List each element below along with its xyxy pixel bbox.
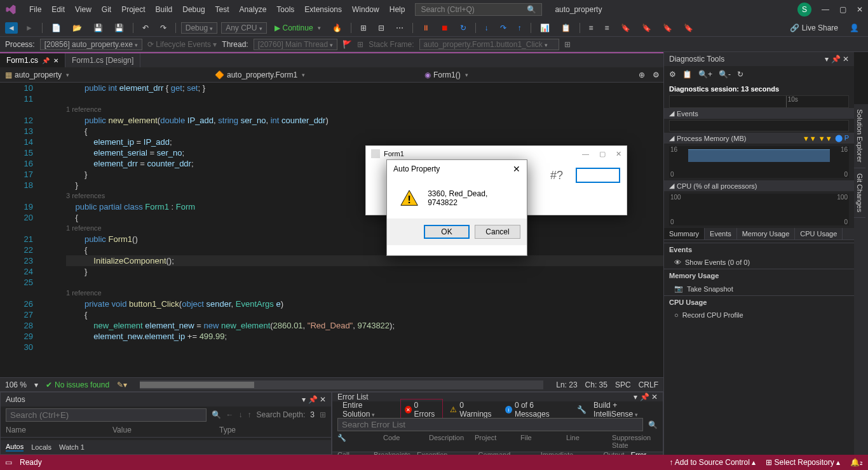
tab-form1-cs[interactable]: Form1.cs 📌 ✕ bbox=[0, 53, 65, 67]
pin-icon[interactable]: 📌 bbox=[308, 395, 318, 404]
tb-icon[interactable]: 🔖 bbox=[680, 22, 697, 34]
tab-watch1[interactable]: Watch 1 bbox=[59, 443, 85, 451]
select-repository[interactable]: ⊞ Select Repository ▴ bbox=[766, 458, 840, 467]
toolbar-icon[interactable]: ⊞ bbox=[320, 410, 326, 419]
menu-extensions[interactable]: Extensions bbox=[299, 5, 347, 14]
side-tab-git-changes[interactable]: Git Changes bbox=[854, 168, 865, 218]
search-icon[interactable]: 🔍 bbox=[212, 410, 221, 419]
tab-form1-design[interactable]: Form1.cs [Design] bbox=[65, 53, 140, 67]
menu-project[interactable]: Project bbox=[116, 5, 150, 14]
form1-button[interactable] bbox=[576, 168, 620, 183]
autos-search[interactable] bbox=[6, 408, 207, 422]
user-avatar[interactable]: S bbox=[797, 3, 811, 17]
step-out-icon[interactable]: ↑ bbox=[514, 22, 526, 34]
filter-dropdown[interactable]: Build + IntelliSense bbox=[593, 401, 658, 419]
hot-reload-button[interactable]: 🔥 bbox=[329, 22, 346, 34]
form1-maximize-icon[interactable]: ▢ bbox=[599, 150, 606, 158]
menu-git[interactable]: Git bbox=[97, 5, 116, 14]
scope-dropdown[interactable]: Entire Solution bbox=[337, 399, 398, 420]
nav-namespace[interactable]: ▦ auto_property bbox=[0, 70, 210, 79]
cpu-chart[interactable]: 100 0 100 0 bbox=[669, 194, 849, 225]
col-icon[interactable]: 🔧 bbox=[337, 434, 383, 449]
tab-events[interactable]: Events bbox=[705, 228, 737, 239]
form1-close-icon[interactable]: ✕ bbox=[616, 150, 621, 158]
tab-summary[interactable]: Summary bbox=[664, 228, 705, 239]
continue-button[interactable]: ▶ Continue bbox=[271, 22, 325, 34]
col-name[interactable]: Name bbox=[6, 426, 112, 434]
code-editor[interactable]: 1011121314151617181920212223242526272829… bbox=[0, 83, 663, 377]
tb-icon[interactable]: ⊟ bbox=[374, 22, 388, 34]
pin-icon[interactable]: 📌 bbox=[42, 57, 50, 64]
zoom-level[interactable]: 106 % bbox=[5, 380, 27, 389]
close-icon[interactable]: ✕ bbox=[651, 393, 658, 401]
eol-indicator[interactable]: CRLF bbox=[639, 380, 658, 389]
new-project-button[interactable]: 📄 bbox=[48, 22, 65, 34]
split-icon[interactable]: ⊕ bbox=[635, 70, 649, 79]
menu-analyze[interactable]: Analyze bbox=[234, 5, 272, 14]
tb-icon[interactable]: 🔖 bbox=[617, 22, 634, 34]
col-code[interactable]: Code bbox=[383, 434, 429, 449]
msgbox-ok-button[interactable]: OK bbox=[424, 225, 470, 239]
stop-button[interactable]: ⏹ bbox=[437, 22, 452, 34]
depth-dropdown[interactable]: 3 bbox=[310, 410, 315, 419]
tb-icon[interactable]: ≡ bbox=[585, 22, 597, 34]
tb-icon[interactable]: ⋯ bbox=[392, 22, 407, 34]
reset-icon[interactable]: ↻ bbox=[737, 70, 743, 79]
tb-icon[interactable]: ⊞ bbox=[356, 22, 370, 34]
msgbox-cancel-button[interactable]: Cancel bbox=[475, 225, 520, 239]
add-source-control[interactable]: ↑ Add to Source Control ▴ bbox=[669, 458, 756, 467]
nav-up-icon[interactable]: ↑ bbox=[248, 410, 252, 419]
col-suppression[interactable]: Suppression State bbox=[612, 434, 658, 449]
tb-icon[interactable]: 🔖 bbox=[659, 22, 676, 34]
menu-build[interactable]: Build bbox=[151, 5, 178, 14]
no-issues-indicator[interactable]: ✔ No issues found bbox=[46, 380, 109, 389]
thread-dropdown[interactable]: [20760] Main Thread bbox=[254, 39, 338, 50]
col-project[interactable]: Project bbox=[475, 434, 520, 449]
gear-icon[interactable]: ⚙ bbox=[669, 70, 676, 79]
save-button[interactable]: 💾 bbox=[90, 22, 107, 34]
col-type[interactable]: Type bbox=[219, 426, 326, 434]
menu-file[interactable]: File bbox=[24, 5, 46, 14]
tab-locals[interactable]: Locals bbox=[31, 443, 51, 451]
nav-down-icon[interactable]: ↓ bbox=[239, 410, 243, 419]
memory-section-header[interactable]: ◢ Process Memory (MB) ▼▼ ▼▼ ⬤ P bbox=[664, 133, 854, 144]
record-cpu-link[interactable]: ○ Record CPU Profile bbox=[664, 309, 854, 321]
config-dropdown[interactable]: Debug bbox=[181, 22, 217, 34]
nav-method[interactable]: ◉ Form1() bbox=[419, 70, 635, 79]
build-filter-icon[interactable]: 🔧 bbox=[573, 403, 591, 416]
tb-icon[interactable]: 🔖 bbox=[638, 22, 655, 34]
indent-indicator[interactable]: SPC bbox=[615, 380, 631, 389]
live-share-button[interactable]: 🔗 Live Share bbox=[786, 22, 842, 34]
show-events-link[interactable]: 👁 Show Events (0 of 0) bbox=[664, 256, 854, 269]
col-value[interactable]: Value bbox=[112, 426, 219, 434]
menu-view[interactable]: View bbox=[70, 5, 97, 14]
col-desc[interactable]: Description bbox=[429, 434, 475, 449]
save-all-button[interactable]: 💾 bbox=[111, 22, 128, 34]
memory-chart[interactable]: 16 0 16 0 bbox=[669, 146, 849, 178]
menu-edit[interactable]: Edit bbox=[46, 5, 70, 14]
notifications-icon[interactable]: 🔔₂ bbox=[850, 458, 863, 467]
open-button[interactable]: 📂 bbox=[69, 22, 86, 34]
dropdown-icon[interactable]: ▾ bbox=[302, 395, 306, 404]
msgbox-close-icon[interactable]: ✕ bbox=[513, 164, 520, 174]
output-icon[interactable]: ▭ bbox=[5, 458, 12, 467]
pause-button[interactable]: ⏸ bbox=[418, 22, 433, 34]
tb-icon[interactable]: 📋 bbox=[557, 22, 574, 34]
col-file[interactable]: File bbox=[520, 434, 566, 449]
pin-icon[interactable]: 📌 bbox=[640, 393, 649, 401]
side-tab-solution-explorer[interactable]: Solution Explorer bbox=[854, 104, 865, 168]
menu-tools[interactable]: Tools bbox=[271, 5, 299, 14]
col-line[interactable]: Line bbox=[566, 434, 612, 449]
close-icon[interactable]: ✕ bbox=[843, 55, 849, 64]
tab-autos[interactable]: Autos bbox=[6, 443, 24, 452]
tab-cpu[interactable]: CPU Usage bbox=[795, 228, 843, 239]
quick-search[interactable]: Search (Ctrl+Q) 🔍 bbox=[415, 3, 542, 16]
menu-window[interactable]: Window bbox=[347, 5, 384, 14]
select-tools-icon[interactable]: 📋 bbox=[682, 70, 692, 79]
tab-memory[interactable]: Memory Usage bbox=[737, 228, 796, 239]
form1-minimize-icon[interactable]: — bbox=[582, 150, 589, 158]
horizontal-scrollbar[interactable] bbox=[140, 380, 543, 389]
platform-dropdown[interactable]: Any CPU bbox=[221, 22, 266, 34]
restart-button[interactable]: ↻ bbox=[456, 22, 470, 34]
nav-class[interactable]: 🔶 auto_property.Form1 bbox=[210, 70, 419, 79]
